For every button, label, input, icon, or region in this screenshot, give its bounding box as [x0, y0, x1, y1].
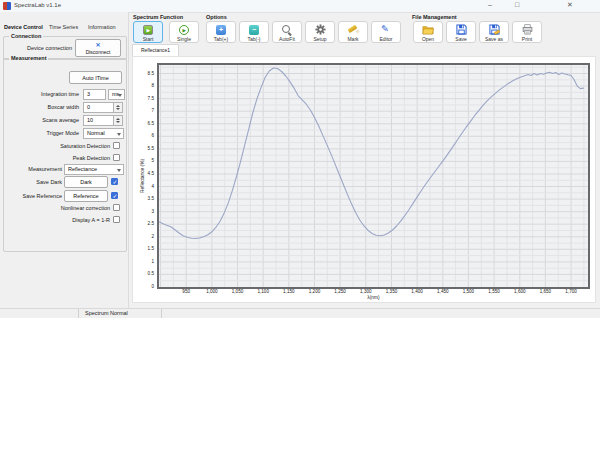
save-dark-label: Save Dark: [9, 179, 62, 185]
app-window: SpectraLab v1.1e – □ ✕ Device Control Ti…: [0, 0, 600, 318]
minimize-button[interactable]: –: [483, 1, 497, 8]
y-tick-label: 0.5: [133, 271, 154, 277]
nonlinear-correction-label: Nonlinear correction: [9, 205, 110, 211]
disconnect-button-label: Disconnect: [86, 49, 111, 55]
scans-average-field[interactable]: 10: [83, 115, 114, 126]
file-management-group-label: File Management: [412, 14, 457, 20]
save-reference-checkbox[interactable]: [111, 192, 118, 199]
y-tick-label: 4: [133, 184, 154, 190]
measurement-mode-combo[interactable]: Reflectance: [64, 164, 124, 175]
tab-minus-button[interactable]: Tab(-): [239, 21, 269, 43]
y-tick-label: 4.5: [133, 171, 154, 177]
y-tick-label: 5: [133, 158, 154, 164]
tab-device-control[interactable]: Device Control: [2, 22, 45, 32]
peak-detection-checkbox[interactable]: [113, 154, 120, 161]
autofit-button[interactable]: AutoFit: [272, 21, 302, 43]
status-segment-empty: [0, 309, 79, 318]
disconnect-icon: ✕: [95, 42, 100, 49]
single-play-icon: [179, 25, 189, 35]
y-tick-label: 0: [133, 284, 154, 290]
chart-tab-reflectance1[interactable]: Reflectance1: [132, 44, 179, 56]
chart-panel: Reflectance (%) 00.511.522.533.544.555.5…: [132, 56, 596, 303]
y-tick-label: 7.5: [133, 96, 154, 102]
options-group-label: Options: [206, 14, 227, 20]
window-title: SpectraLab v1.1e: [14, 2, 61, 8]
save-button[interactable]: Save: [446, 21, 476, 43]
setup-button[interactable]: Setup: [305, 21, 335, 43]
trigger-mode-label: Trigger Mode: [9, 130, 79, 136]
y-tick-label: 6: [133, 133, 154, 139]
left-panel: Device Control Time Series Information C…: [0, 12, 129, 308]
single-button[interactable]: Single: [169, 21, 199, 43]
printer-icon: [522, 24, 533, 35]
tab-information[interactable]: Information: [86, 22, 118, 32]
save-as-button[interactable]: Save as: [479, 21, 509, 43]
integration-time-label: Integration time: [9, 91, 79, 97]
tab-plus-icon: [216, 25, 226, 35]
pencil-icon: [381, 24, 392, 35]
scans-average-label: Scans average: [9, 117, 79, 123]
dark-button[interactable]: Dark: [64, 176, 108, 188]
status-bar: Spectrum Normal: [0, 308, 600, 318]
boxcar-width-label: Boxcar width: [9, 104, 79, 110]
y-tick-label: 1: [133, 259, 154, 265]
save-dark-checkbox[interactable]: [111, 178, 118, 185]
start-play-icon: [143, 25, 153, 35]
boxcar-width-field[interactable]: 0: [83, 102, 114, 113]
toolbar: Spectrum Function Options File Managemen…: [130, 12, 600, 45]
measurement-mode-label: Measurement: [9, 166, 62, 172]
y-tick-label: 1.5: [133, 246, 154, 252]
tab-minus-icon: [249, 25, 259, 35]
measurement-group: Measurement Auto ITime Integration time …: [3, 58, 127, 252]
marker-icon: [347, 24, 359, 36]
status-segment-spectrum: Spectrum Normal: [79, 309, 162, 318]
open-button[interactable]: Open: [413, 21, 443, 43]
trigger-mode-combo[interactable]: Normal: [83, 128, 124, 139]
scans-average-spinner[interactable]: [114, 115, 123, 126]
open-folder-icon: [422, 25, 434, 35]
magnifier-icon: [281, 24, 293, 36]
y-tick-label: 8: [133, 83, 154, 89]
peak-detection-label: Peak Detection: [9, 155, 110, 161]
display-a-label: Display A = 1-R: [9, 217, 110, 223]
device-connection-label: Device connection: [8, 45, 72, 51]
y-tick-label: 3.5: [133, 196, 154, 202]
start-button[interactable]: Start: [133, 21, 163, 43]
connection-group-title: Connection: [9, 33, 43, 39]
close-button[interactable]: ✕: [563, 1, 577, 9]
spectrum-function-group-label: Spectrum Function: [133, 14, 183, 20]
integration-time-field[interactable]: 3: [83, 89, 106, 100]
tab-plus-button[interactable]: Tab(+): [206, 21, 236, 43]
integration-time-unit-combo[interactable]: ms: [108, 89, 125, 100]
disconnect-button[interactable]: ✕ Disconnect: [75, 39, 121, 57]
x-axis-title: λ(nm): [157, 295, 590, 300]
print-button[interactable]: Print: [512, 21, 542, 43]
y-tick-label: 7: [133, 108, 154, 114]
measurement-group-title: Measurement: [9, 55, 48, 61]
gear-icon: [315, 24, 326, 35]
saturation-detection-label: Saturation Detection: [9, 143, 110, 149]
y-tick-label: 2.5: [133, 221, 154, 227]
app-icon: [3, 2, 11, 10]
tab-time-series[interactable]: Time Series: [47, 22, 80, 32]
y-tick-label: 6.5: [133, 121, 154, 127]
boxcar-width-spinner[interactable]: [114, 102, 123, 113]
auto-itime-button[interactable]: Auto ITime: [69, 71, 122, 84]
save-as-floppy-icon: [489, 24, 500, 35]
status-segment-rest: [162, 309, 600, 318]
y-tick-label: 2: [133, 234, 154, 240]
y-tick-label: 3: [133, 209, 154, 215]
nonlinear-correction-checkbox[interactable]: [113, 204, 120, 211]
maximize-button[interactable]: □: [510, 1, 524, 8]
reference-button[interactable]: Reference: [64, 190, 108, 202]
editor-button[interactable]: Editor: [371, 21, 401, 43]
mark-button[interactable]: Mark: [338, 21, 368, 43]
display-a-checkbox[interactable]: [113, 216, 120, 223]
save-reference-label: Save Reference: [9, 193, 62, 199]
spectrum-plot[interactable]: [157, 63, 590, 289]
saturation-detection-checkbox[interactable]: [113, 142, 120, 149]
y-tick-label: 8.5: [133, 71, 154, 77]
y-tick-label: 5.5: [133, 146, 154, 152]
save-floppy-icon: [456, 24, 467, 35]
